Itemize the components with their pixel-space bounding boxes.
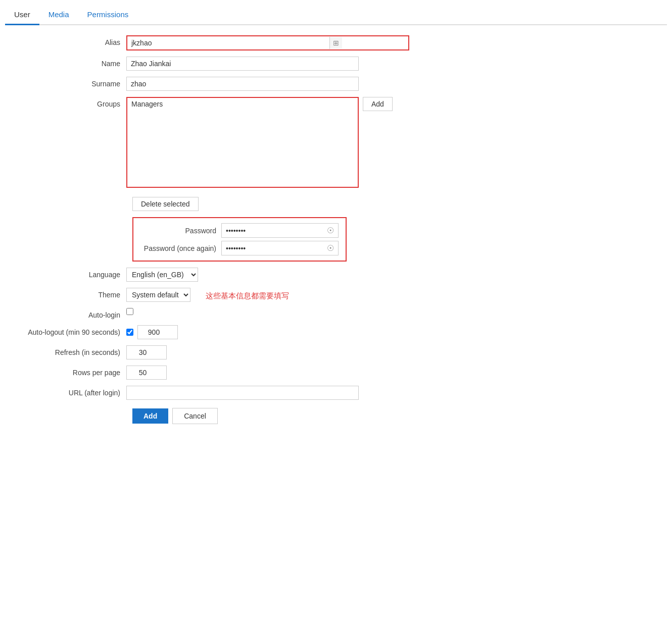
alias-control: ⊞ [126,35,409,50]
url-row: URL (after login) [15,386,409,400]
auto-logout-checkbox[interactable] [126,329,133,336]
delete-row: Delete selected [132,194,409,211]
name-label: Name [15,57,126,68]
password-again-label: Password (once again) [140,244,221,252]
rows-per-page-row: Rows per page [15,366,409,380]
rows-per-page-control [126,366,409,380]
user-form: Alias ⊞ Name Surname Groups Managers [5,35,409,424]
alias-icon[interactable]: ⊞ [329,37,342,49]
rows-per-page-label: Rows per page [15,366,126,377]
refresh-row: Refresh (in seconds) [15,345,409,359]
tab-permissions[interactable]: Permissions [78,5,138,24]
groups-area: Managers Add [126,97,409,188]
password-again-input[interactable] [222,242,323,255]
name-input[interactable] [126,57,359,71]
auto-login-checkbox[interactable] [126,308,133,315]
surname-label: Surname [15,77,126,88]
theme-control: System default Blue Dark 这些基本信息都需要填写 [126,288,409,302]
rows-per-page-input[interactable] [126,366,167,380]
groups-row: Groups Managers Add [15,97,409,188]
groups-control: Managers Add [126,97,409,188]
delete-selected-button[interactable]: Delete selected [132,197,199,211]
surname-input[interactable] [126,77,359,91]
password-again-row: Password (once again) ☉ [140,241,339,255]
theme-select[interactable]: System default Blue Dark [126,288,190,302]
refresh-input[interactable] [126,345,167,359]
add-button[interactable]: Add [132,408,168,424]
url-label: URL (after login) [15,386,126,397]
auto-logout-row: Auto-logout (min 90 seconds) [15,325,409,339]
url-input[interactable] [126,386,359,400]
theme-label: Theme [15,288,126,299]
theme-row: Theme System default Blue Dark 这些基本信息都需要… [15,288,409,302]
alias-label: Alias [15,35,126,46]
refresh-control [126,345,409,359]
annotation-text: 这些基本信息都需要填写 [206,289,289,301]
alias-wrapper: ⊞ [126,35,409,50]
password-input-wrapper: ☉ [221,223,339,238]
password-section: Password ☉ Password (once again) ☉ [132,217,347,262]
auto-login-label: Auto-login [15,308,126,319]
auto-logout-label: Auto-logout (min 90 seconds) [15,325,126,336]
alias-input[interactable] [127,36,329,49]
password-again-input-wrapper: ☉ [221,241,339,255]
surname-control [126,77,409,91]
tab-media[interactable]: Media [39,5,78,24]
auto-login-row: Auto-login [15,308,409,319]
password-reveal-icon[interactable]: ☉ [323,224,338,237]
language-control: English (en_GB) Chinese (zh_CN) German (… [126,268,409,282]
password-input[interactable] [222,224,323,237]
alias-row: Alias ⊞ [15,35,409,50]
auto-logout-control [126,325,409,339]
url-control [126,386,409,400]
bottom-buttons: Add Cancel [132,408,409,424]
language-select[interactable]: English (en_GB) Chinese (zh_CN) German (… [126,268,198,282]
language-label: Language [15,268,126,279]
password-row: Password ☉ [140,223,339,238]
password-again-reveal-icon[interactable]: ☉ [323,241,338,255]
groups-listbox[interactable]: Managers [126,97,359,188]
cancel-button[interactable]: Cancel [172,408,218,424]
auto-logout-value[interactable] [137,325,178,339]
surname-row: Surname [15,77,409,91]
password-label: Password [140,227,221,235]
name-control [126,57,409,71]
tabs-bar: User Media Permissions [5,5,667,25]
auto-login-control [126,308,409,317]
group-item[interactable]: Managers [127,98,358,110]
refresh-label: Refresh (in seconds) [15,345,126,356]
tab-user[interactable]: User [5,5,39,25]
name-row: Name [15,57,409,71]
groups-label: Groups [15,97,126,108]
groups-add-button[interactable]: Add [363,97,393,111]
language-row: Language English (en_GB) Chinese (zh_CN)… [15,268,409,282]
